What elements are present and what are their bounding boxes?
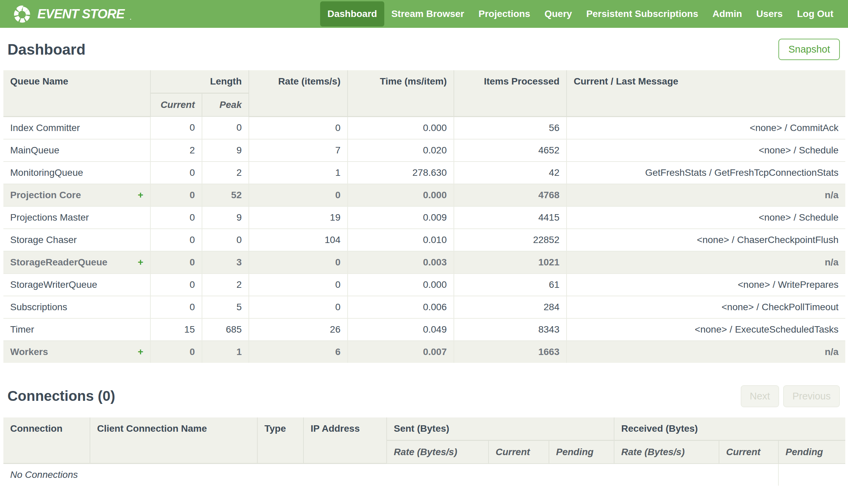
queue-time-cell: 0.003 [348,251,454,273]
length-peak-subheader: Peak [202,93,249,117]
queue-current-cell: 0 [150,296,202,318]
queue-message-cell: n/a [566,184,845,206]
queue-rate-cell: 1 [249,162,348,184]
previous-button[interactable]: Previous [783,385,840,407]
snapshot-button[interactable]: Snapshot [778,39,840,60]
received-bytes-header: Received (Bytes) [614,417,845,440]
nav-item[interactable]: Persistent Subscriptions [579,1,705,26]
queue-message-cell: n/a [566,341,845,363]
queue-table-wrap: Queue Name Length Rate (items/s) Time (m… [0,70,848,363]
queue-rate-cell: 0 [249,296,348,318]
queue-name-cell: Projections Master [3,206,150,229]
queue-current-cell: 0 [150,116,202,139]
page-header: Dashboard Snapshot [0,28,848,70]
queue-message-cell: <none> / ExecuteScheduledTasks [566,318,845,341]
queue-name-text: StorageReaderQueue [10,257,107,267]
queue-time-cell: 278.630 [348,162,454,184]
nav-item[interactable]: Stream Browser [384,1,471,26]
queue-current-cell: 0 [150,273,202,296]
queue-name-text: Workers [10,346,48,357]
queue-time-cell: 0.049 [348,318,454,341]
queue-peak-cell: 9 [202,139,249,162]
queue-peak-cell: 0 [202,229,249,251]
queue-peak-cell: 5 [202,296,249,318]
queue-time-cell: 0.000 [348,273,454,296]
queue-name-text: MainQueue [10,145,59,156]
queue-message-cell: GetFreshStats / GetFreshTcpConnectionSta… [566,162,845,184]
queue-time-cell: 0.000 [348,184,454,206]
expand-queue-button[interactable]: + [138,190,143,201]
connections-bar: Connections (0) Next Previous [0,363,848,417]
queue-current-cell: 0 [150,251,202,273]
sent-current-subheader: Current [488,440,549,464]
queue-message-cell: n/a [566,251,845,273]
queue-message-cell: <none> / CheckPollTimeout [566,296,845,318]
queue-row: + Projection Core 0 52 0 0.000 4768 n/a [3,184,845,206]
nav-item[interactable]: Projections [471,1,537,26]
event-store-logo-icon [12,4,32,24]
nav-item[interactable]: Log Out [790,1,841,26]
queue-peak-cell: 3 [202,251,249,273]
queue-name-text: Index Committer [10,123,80,133]
queue-name-cell: + Projection Core [3,184,150,206]
sent-bytes-header: Sent (Bytes) [387,417,614,440]
queue-row: Timer 15 685 26 0.049 8343 <none> / Exec… [3,318,845,341]
queue-name-cell: Storage Chaser [3,229,150,251]
queue-rate-cell: 6 [249,341,348,363]
queue-items-processed-cell: 284 [454,296,566,318]
queue-items-processed-cell: 1663 [454,341,566,363]
received-current-subheader: Current [719,440,778,464]
queue-name-text: Projections Master [10,212,89,223]
queue-time-cell: 0.009 [348,206,454,229]
queue-row: Storage Chaser 0 0 104 0.010 22852 <none… [3,229,845,251]
received-rate-subheader: Rate (Bytes/s) [614,440,719,464]
connections-empty-row: No Connections [3,464,845,486]
expand-queue-button[interactable]: + [138,257,143,268]
queue-current-cell: 15 [150,318,202,341]
queue-row: + Workers 0 1 6 0.007 1663 n/a [3,341,845,363]
queue-time-cell: 0.020 [348,139,454,162]
queue-peak-cell: 9 [202,206,249,229]
queue-name-text: Subscriptions [10,302,67,312]
sent-pending-subheader: Pending [549,440,614,464]
brand-name: EVENT STORE [37,7,124,21]
length-current-subheader: Current [150,93,202,117]
queue-name-text: Projection Core [10,190,81,200]
queue-time-cell: 0.000 [348,116,454,139]
queue-rate-cell: 0 [249,251,348,273]
queue-name-cell: Timer [3,318,150,341]
queue-items-processed-cell: 1021 [454,251,566,273]
brand-reg-mark: . [130,15,131,24]
queue-items-processed-cell: 61 [454,273,566,296]
next-button[interactable]: Next [741,385,779,407]
connection-header: Connection [3,417,90,464]
queue-row: MainQueue 2 9 7 0.020 4652 <none> / Sche… [3,139,845,162]
queue-name-text: Storage Chaser [10,235,77,245]
queue-items-processed-cell: 4415 [454,206,566,229]
nav-item[interactable]: Users [749,1,790,26]
queue-name-text: StorageWriterQueue [10,279,97,290]
brand: EVENT STORE . [12,4,131,24]
nav-item[interactable]: Dashboard [320,1,384,26]
queue-name-cell: MainQueue [3,139,150,162]
queue-rate-cell: 0 [249,184,348,206]
queue-rate-cell: 0 [249,116,348,139]
top-navbar: EVENT STORE . Dashboard Stream Browser P… [0,0,848,28]
queue-items-processed-cell: 4768 [454,184,566,206]
queue-time-cell: 0.010 [348,229,454,251]
ghost-cell [778,464,845,486]
queue-name-text: MonitoringQueue [10,167,83,178]
queue-time-cell: 0.007 [348,341,454,363]
client-connection-name-header: Client Connection Name [90,417,257,464]
message-header: Current / Last Message [566,70,845,116]
queue-items-processed-cell: 8343 [454,318,566,341]
connections-pager: Next Previous [741,385,840,407]
queue-rate-cell: 7 [249,139,348,162]
nav-items: Dashboard Stream Browser Projections Que… [320,0,841,28]
queue-name-cell: + Workers [3,341,150,363]
expand-queue-button[interactable]: + [138,346,143,357]
queue-current-cell: 0 [150,229,202,251]
queue-header-row-1: Queue Name Length Rate (items/s) Time (m… [3,70,845,93]
nav-item[interactable]: Query [537,1,579,26]
nav-item[interactable]: Admin [705,1,749,26]
